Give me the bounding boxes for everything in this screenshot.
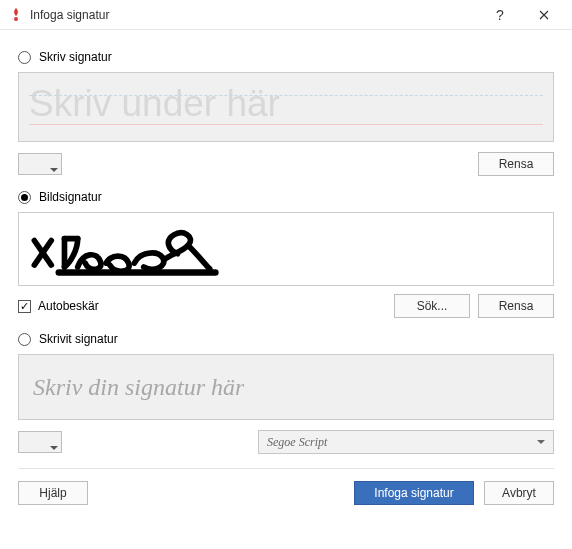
draw-guideline-dash <box>29 95 543 96</box>
draw-baseline <box>29 124 543 125</box>
type-placeholder: Skriv din signatur här <box>33 374 244 401</box>
image-signature-preview[interactable] <box>18 212 554 286</box>
draw-placeholder: Skriv under här <box>29 77 543 122</box>
titlebar: Infoga signatur ? <box>0 0 572 30</box>
image-clear-button[interactable]: Rensa <box>478 294 554 318</box>
separator <box>18 468 554 469</box>
chevron-down-icon <box>537 440 545 444</box>
autocrop-label: Autobeskär <box>38 299 99 313</box>
chevron-down-icon <box>50 168 58 172</box>
option-draw[interactable]: Skriv signatur <box>18 50 554 64</box>
type-color-dropdown[interactable] <box>18 431 62 453</box>
draw-clear-button[interactable]: Rensa <box>478 152 554 176</box>
radio-type[interactable] <box>18 333 31 346</box>
chevron-down-icon <box>50 446 58 450</box>
option-image[interactable]: Bildsignatur <box>18 190 554 204</box>
window-title: Infoga signatur <box>30 8 478 22</box>
type-input[interactable]: Skriv din signatur här <box>18 354 554 420</box>
insert-button[interactable]: Infoga signatur <box>354 481 474 505</box>
option-type-label: Skrivit signatur <box>39 332 118 346</box>
close-button[interactable] <box>522 1 566 29</box>
draw-canvas[interactable]: Skriv under här <box>18 72 554 142</box>
app-icon <box>8 7 24 23</box>
help-button[interactable]: ? <box>478 1 522 29</box>
browse-button[interactable]: Sök... <box>394 294 470 318</box>
svg-point-0 <box>14 17 18 21</box>
font-select[interactable]: Segoe Script <box>258 430 554 454</box>
close-icon <box>539 10 549 20</box>
option-image-label: Bildsignatur <box>39 190 102 204</box>
signature-image <box>23 216 230 282</box>
font-select-value: Segoe Script <box>267 435 327 450</box>
draw-color-dropdown[interactable] <box>18 153 62 175</box>
radio-draw[interactable] <box>18 51 31 64</box>
option-type[interactable]: Skrivit signatur <box>18 332 554 346</box>
option-draw-label: Skriv signatur <box>39 50 112 64</box>
checkbox-icon <box>18 300 31 313</box>
radio-image[interactable] <box>18 191 31 204</box>
help-button[interactable]: Hjälp <box>18 481 88 505</box>
cancel-button[interactable]: Avbryt <box>484 481 554 505</box>
dialog-footer: Hjälp Infoga signatur Avbryt <box>18 481 554 505</box>
autocrop-checkbox[interactable]: Autobeskär <box>18 299 99 313</box>
